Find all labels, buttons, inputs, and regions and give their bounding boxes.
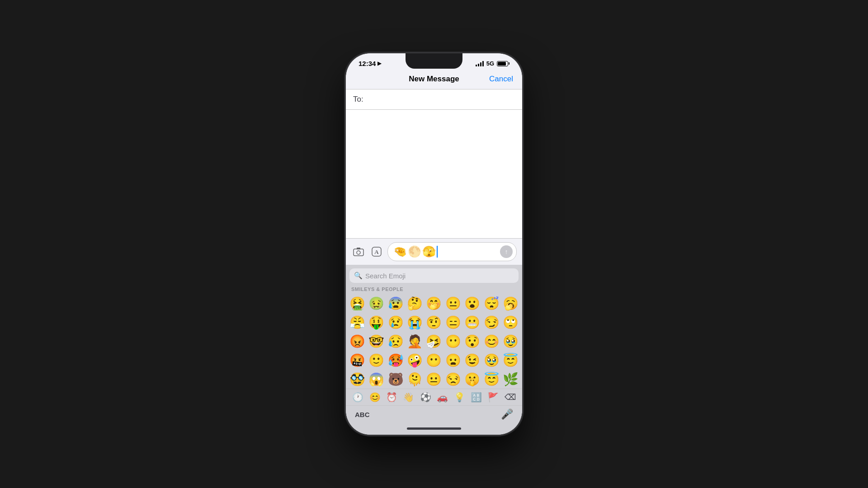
emoji-cell[interactable]: 🥵 xyxy=(386,351,405,370)
emoji-cell[interactable]: 🤨 xyxy=(425,313,443,332)
emoji-cell[interactable]: 🤓 xyxy=(367,332,386,351)
emoji-cell[interactable]: 🥱 xyxy=(501,294,520,313)
emoji-cell[interactable]: 😤 xyxy=(348,313,367,332)
emoji-cell[interactable]: 🤔 xyxy=(405,294,424,313)
signal-bar-3 xyxy=(480,62,481,66)
toolbar: A 🤏 🌕 🫣 ↑ xyxy=(346,238,522,265)
emoji-cell[interactable]: 🐻 xyxy=(386,370,405,389)
cat-smileys[interactable]: 😊 xyxy=(369,392,381,403)
emoji-cell[interactable]: 🤢 xyxy=(367,294,386,313)
svg-rect-2 xyxy=(357,248,360,249)
emoji-cell[interactable]: 😐 xyxy=(443,294,462,313)
message-body[interactable] xyxy=(346,110,522,238)
cat-flags[interactable]: 🚩 xyxy=(487,392,499,403)
location-icon: ▶ xyxy=(377,61,381,66)
send-arrow-icon: ↑ xyxy=(505,248,508,255)
emoji-category-bar: 🕐 😊 ⏰ 👋 ⚽ 🚗 💡 🔠 🚩 ⌫ xyxy=(346,389,522,406)
battery-body xyxy=(497,61,508,66)
svg-text:A: A xyxy=(374,249,379,255)
nav-title: New Message xyxy=(409,75,459,84)
emoji-cell[interactable]: 😏 xyxy=(482,313,501,332)
cat-recent[interactable]: 🕐 xyxy=(352,392,363,403)
cat-travel[interactable]: 🚗 xyxy=(437,392,448,403)
home-indicator xyxy=(346,422,522,435)
emoji-cell[interactable]: 😇 xyxy=(482,370,501,389)
to-input[interactable] xyxy=(367,95,515,104)
emoji-cell[interactable]: 😶 xyxy=(443,332,462,351)
emoji-cell[interactable]: 😭 xyxy=(405,313,424,332)
emoji-cell[interactable]: 😶 xyxy=(425,351,443,370)
emoji-cell[interactable]: 😡 xyxy=(348,332,367,351)
emoji-cell[interactable]: 😊 xyxy=(482,332,501,351)
emoji-cell[interactable]: 🥹 xyxy=(501,332,520,351)
emoji-cell[interactable]: 🌿 xyxy=(501,370,520,389)
signal-bar-1 xyxy=(476,65,477,66)
svg-point-1 xyxy=(357,251,360,254)
status-time: 12:34 ▶ xyxy=(359,60,381,67)
notch xyxy=(406,53,462,69)
cat-objects[interactable]: 💡 xyxy=(454,392,465,403)
emoji-cell[interactable]: 🥹 xyxy=(482,351,501,370)
cat-symbols[interactable]: 🔠 xyxy=(471,392,482,403)
phone-frame: 12:34 ▶ 5G New xyxy=(346,53,522,435)
emoji-cell[interactable]: 🥸 xyxy=(348,370,367,389)
emoji-cell[interactable]: 😉 xyxy=(463,351,482,370)
search-icon: 🔍 xyxy=(354,272,363,280)
cancel-button[interactable]: Cancel xyxy=(489,75,513,84)
message-input-content: 🤏 🌕 🫣 xyxy=(393,246,497,258)
emoji-cell[interactable]: 😱 xyxy=(367,370,386,389)
appstore-button[interactable]: A xyxy=(369,244,384,259)
cat-time[interactable]: ⏰ xyxy=(386,392,397,403)
emoji-cell[interactable]: 😰 xyxy=(386,294,405,313)
emoji-cell[interactable]: 😥 xyxy=(386,332,405,351)
emoji-cell[interactable]: 🤫 xyxy=(463,370,482,389)
camera-button[interactable] xyxy=(351,244,366,259)
cat-hand[interactable]: 👋 xyxy=(403,392,414,403)
emoji-cell[interactable]: 😐 xyxy=(425,370,443,389)
nav-bar: New Message Cancel xyxy=(346,71,522,89)
phone-screen: 12:34 ▶ 5G New xyxy=(346,53,522,435)
emoji-cell[interactable]: 😑 xyxy=(443,313,462,332)
emoji-cell[interactable]: 😴 xyxy=(482,294,501,313)
battery-icon xyxy=(497,61,509,66)
text-cursor xyxy=(437,246,438,258)
emoji-grid: 🤮 🤢 😰 🤔 🤭 😐 😮 😴 🥱 😤 🤑 😢 😭 🤨 😑 😬 😏 🙄 xyxy=(346,294,522,389)
emoji-cell[interactable]: 🤦 xyxy=(405,332,424,351)
battery-fill xyxy=(498,62,506,66)
send-button[interactable]: ↑ xyxy=(500,245,513,258)
emoji-cell[interactable]: 🤭 xyxy=(425,294,443,313)
emoji-cell[interactable]: 😦 xyxy=(443,351,462,370)
to-field: To: xyxy=(346,89,522,110)
message-input-container[interactable]: 🤏 🌕 🫣 ↑ xyxy=(387,242,517,261)
abc-button[interactable]: ABC xyxy=(355,411,370,418)
emoji-search-bar[interactable]: 🔍 Search Emoji xyxy=(349,268,519,283)
emoji-input-2: 🌕 xyxy=(408,246,421,257)
emoji-keyboard: 🔍 Search Emoji SMILEYS & PEOPLE 🤮 🤢 😰 🤔 … xyxy=(346,265,522,435)
emoji-cell[interactable]: 😢 xyxy=(386,313,405,332)
emoji-input-1: 🤏 xyxy=(393,246,407,257)
emoji-cell[interactable]: 😯 xyxy=(463,332,482,351)
emoji-cell[interactable]: 😇 xyxy=(501,351,520,370)
status-icons: 5G xyxy=(476,60,509,67)
time-display: 12:34 xyxy=(359,60,376,67)
battery-tip xyxy=(509,62,509,65)
emoji-cell[interactable]: 😒 xyxy=(443,370,462,389)
bottom-bar: ABC 🎤 xyxy=(346,406,522,422)
emoji-cell[interactable]: 🤪 xyxy=(405,351,424,370)
emoji-cell[interactable]: 🤧 xyxy=(425,332,443,351)
cat-sports[interactable]: ⚽ xyxy=(420,392,431,403)
delete-button[interactable]: ⌫ xyxy=(505,392,516,402)
emoji-cell[interactable]: 🙄 xyxy=(501,313,520,332)
emoji-cell[interactable]: 🤬 xyxy=(348,351,367,370)
emoji-cell[interactable]: 🫠 xyxy=(405,370,424,389)
emoji-cell[interactable]: 🙂 xyxy=(367,351,386,370)
message-area: To: xyxy=(346,89,522,238)
microphone-icon[interactable]: 🎤 xyxy=(501,408,513,420)
emoji-cell[interactable]: 🤮 xyxy=(348,294,367,313)
search-placeholder: Search Emoji xyxy=(365,272,406,280)
emoji-cell[interactable]: 😮 xyxy=(463,294,482,313)
emoji-input-3: 🫣 xyxy=(422,246,436,257)
emoji-cell[interactable]: 🤑 xyxy=(367,313,386,332)
signal-bar-4 xyxy=(482,61,484,66)
emoji-cell[interactable]: 😬 xyxy=(463,313,482,332)
